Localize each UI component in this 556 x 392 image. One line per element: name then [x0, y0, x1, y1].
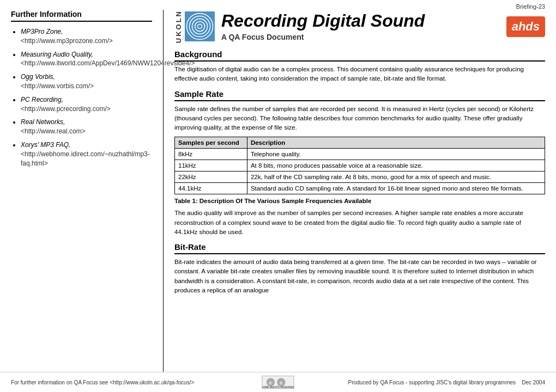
- link-title: Ogg Vorbis,: [21, 73, 55, 81]
- ukoln-vertical-text: UKOLN: [174, 10, 183, 43]
- footer-date: Dec 2004: [522, 379, 545, 385]
- footer-right: Produced by QA Focus - supporting JISC's…: [294, 379, 545, 385]
- link-url: <http://www.real.com>: [21, 127, 152, 136]
- col-header-samples: Samples per second: [175, 137, 247, 149]
- bitrate-heading: Bit-Rate: [174, 242, 545, 254]
- table-row: 22kHz 22k, half of the CD sampling rate.…: [175, 171, 545, 183]
- link-url: <http://www.mp3prozone.com/>: [21, 36, 152, 46]
- ukoln-logo: UKOLN: [174, 10, 215, 43]
- main-content: Further Information MP3Pro Zone, <http:/…: [0, 10, 556, 372]
- cell-samples: 8kHz: [175, 149, 247, 160]
- link-title: PC Recording,: [21, 96, 63, 103]
- sample-rate-intro: Sample rate defines the number of sample…: [174, 105, 545, 133]
- ahds-logo: ahds: [506, 16, 545, 37]
- cell-description: 22k, half of the CD sampling rate. At 8 …: [247, 171, 545, 183]
- sample-rate-heading: Sample Rate: [174, 89, 545, 101]
- briefing-label: Briefing-23: [516, 3, 545, 10]
- sub-title: A QA Focus Document: [221, 33, 500, 41]
- sample-table: Samples per second Description 8kHz Tele…: [174, 137, 545, 194]
- ukoln-circle-icon: [185, 11, 215, 41]
- title-text-block: Recording Digital Sound A QA Focus Docum…: [221, 11, 500, 41]
- cell-description: At 8 bits, mono produces passable voice …: [247, 160, 545, 171]
- list-item: Real Networks, <http://www.real.com>: [21, 118, 152, 136]
- after-table-text: The audio quality will improve as the nu…: [174, 209, 545, 237]
- main-title: Recording Digital Sound: [221, 11, 500, 30]
- table-row: 44.1kHz Standard audio CD sampling rate.…: [175, 183, 545, 194]
- footer: For further information on QA Focus see …: [0, 372, 556, 392]
- list-item: PC Recording, <http://www.pcrecording.co…: [21, 95, 152, 114]
- list-item: Ogg Vorbis, <http://www.vorbis.com/>: [21, 72, 152, 91]
- left-column: Further Information MP3Pro Zone, <http:/…: [11, 10, 164, 372]
- cell-description: Telephone quality.: [247, 149, 545, 160]
- link-title: Measuring Audio Quality,: [21, 51, 93, 58]
- cc-logo-icon: c c SOME RIGHTS RESERVED: [262, 376, 294, 389]
- bitrate-text: Bit-rate indicates the amount of audio d…: [174, 258, 545, 295]
- cell-description: Standard audio CD sampling rate. A stand…: [247, 183, 545, 194]
- list-item: MP3Pro Zone, <http://www.mp3prozone.com/…: [21, 27, 152, 46]
- link-list: MP3Pro Zone, <http://www.mp3prozone.com/…: [11, 27, 152, 168]
- page-container: Briefing-23 Further Information MP3Pro Z…: [0, 0, 556, 392]
- svg-text:c: c: [269, 379, 273, 385]
- footer-produced-text: Produced by QA Focus - supporting JISC's…: [348, 379, 516, 385]
- link-url: <http://www.itworld.com/AppDev/1469/NWW1…: [21, 59, 152, 68]
- link-url: <http://www.pcrecording.com/>: [21, 105, 152, 114]
- link-url: <http://webhome.idirect.com/~nuzhathl/mp…: [21, 150, 152, 168]
- footer-center: c c SOME RIGHTS RESERVED: [262, 376, 294, 389]
- cell-samples: 44.1kHz: [175, 183, 247, 194]
- cell-samples: 11kHz: [175, 160, 247, 171]
- table-row: 11kHz At 8 bits, mono produces passable …: [175, 160, 545, 171]
- header-area: Briefing-23: [0, 0, 556, 10]
- background-text: The digitisation of digital audio can be…: [174, 65, 545, 84]
- title-block: UKOLN Recording Digital Sound A QA Focus…: [174, 10, 545, 43]
- col-header-description: Description: [247, 137, 545, 149]
- link-title: MP3Pro Zone,: [21, 28, 63, 35]
- table-row: 8kHz Telephone quality.: [175, 149, 545, 160]
- link-title: Real Networks,: [21, 118, 65, 126]
- table-caption: Table 1: Description Of The Various Samp…: [174, 198, 545, 204]
- link-title: Xorys' MP3 FAQ,: [21, 141, 70, 149]
- link-url: <http://www.vorbis.com/>: [21, 82, 152, 91]
- svg-text:c: c: [280, 379, 283, 385]
- table-header-row: Samples per second Description: [175, 137, 545, 149]
- right-column: UKOLN Recording Digital Sound A QA Focus…: [164, 10, 545, 372]
- svg-text:SOME RIGHTS RESERVED: SOME RIGHTS RESERVED: [262, 386, 294, 389]
- list-item: Xorys' MP3 FAQ, <http://webhome.idirect.…: [21, 140, 152, 168]
- further-info-title: Further Information: [11, 10, 152, 22]
- cell-samples: 22kHz: [175, 171, 247, 183]
- list-item: Measuring Audio Quality, <http://www.itw…: [21, 50, 152, 69]
- footer-left: For further information on QA Focus see …: [11, 379, 262, 385]
- background-heading: Background: [174, 50, 545, 62]
